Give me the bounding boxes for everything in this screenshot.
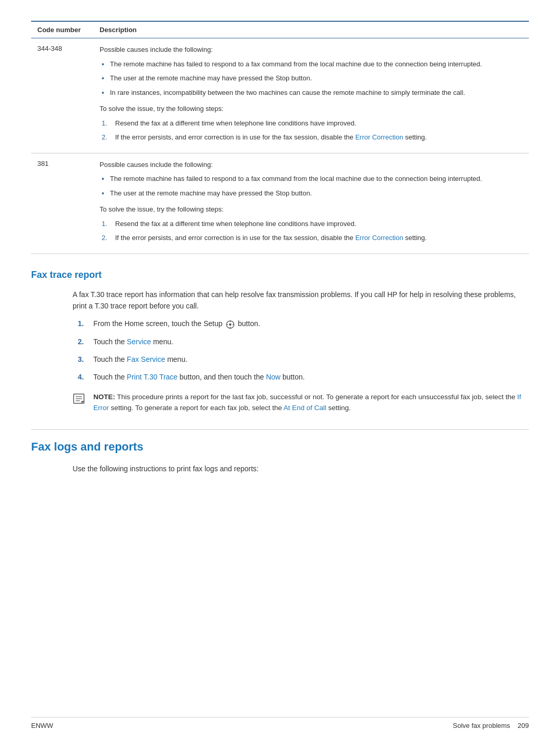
fax-trace-steps: 1. From the Home screen, touch the Setup: [73, 318, 529, 383]
step-text: Touch the Service menu.: [93, 338, 173, 346]
list-item: 4. Touch the Print T.30 Trace button, an…: [73, 371, 529, 383]
error-code: 381: [31, 153, 93, 254]
footer-left: ENWW: [31, 722, 53, 729]
step-number: 2.: [102, 132, 107, 143]
list-item: 1. Resend the fax at a different time wh…: [100, 219, 523, 229]
error-code: 344-348: [31, 38, 93, 153]
step-text: If the error persists, and error correct…: [115, 234, 427, 242]
steps-list: 1. Resend the fax at a different time wh…: [100, 118, 523, 143]
error-table: Code number Description 344-348 Possible…: [31, 21, 529, 254]
step-text: Touch the Fax Service menu.: [93, 355, 187, 363]
fax-trace-intro: A fax T.30 trace report has information …: [73, 289, 529, 312]
step-number: 2.: [102, 233, 107, 243]
print-trace-link[interactable]: Print T.30 Trace: [127, 373, 178, 381]
setup-icon: [226, 320, 235, 329]
fax-logs-intro: Use the following instructions to print …: [73, 463, 529, 474]
list-item: The remote machine has failed to respond…: [100, 174, 523, 184]
list-item: 2. Touch the Service menu.: [73, 336, 529, 347]
fax-trace-title: Fax trace report: [31, 270, 529, 280]
bullet-list: The remote machine has failed to respond…: [100, 174, 523, 198]
fax-trace-section: Fax trace report A fax T.30 trace report…: [31, 270, 529, 414]
step-number: 1.: [102, 219, 107, 229]
step-text: Resend the fax at a different time when …: [115, 220, 356, 228]
bullet-list: The remote machine has failed to respond…: [100, 59, 523, 98]
table-row: 344-348 Possible causes include the foll…: [31, 38, 529, 153]
step-text: Resend the fax at a different time when …: [115, 119, 356, 127]
fax-trace-body: A fax T.30 trace report has information …: [31, 289, 529, 414]
table-header-description: Description: [93, 21, 529, 38]
note-box: NOTE: This procedure prints a report for…: [73, 391, 529, 414]
now-link[interactable]: Now: [266, 373, 281, 381]
fax-logs-body: Use the following instructions to print …: [31, 463, 529, 474]
error-description: Possible causes include the following: T…: [93, 38, 529, 153]
note-text: NOTE: This procedure prints a report for…: [93, 391, 529, 414]
list-item: 2. If the error persists, and error corr…: [100, 233, 523, 243]
table-header-code: Code number: [31, 21, 93, 38]
at-end-of-call-link[interactable]: At End of Call: [284, 404, 327, 412]
fax-logs-title: Fax logs and reports: [31, 440, 529, 454]
step-text: From the Home screen, touch the Setup: [93, 319, 260, 328]
step-number: 3.: [78, 354, 84, 365]
intro-text: Possible causes include the following:: [100, 45, 523, 55]
table-row: 381 Possible causes include the followin…: [31, 153, 529, 254]
section-divider: [31, 429, 529, 430]
list-item: 1. Resend the fax at a different time wh…: [100, 118, 523, 129]
list-item: The user at the remote machine may have …: [100, 188, 523, 199]
list-item: 2. If the error persists, and error corr…: [100, 132, 523, 143]
fax-logs-section: Fax logs and reports Use the following i…: [31, 440, 529, 474]
step-number: 1.: [102, 118, 107, 129]
footer-right: Solve fax problems 209: [453, 722, 529, 729]
step-number: 4.: [78, 371, 84, 383]
steps-intro: To solve the issue, try the following st…: [100, 204, 523, 215]
steps-intro: To solve the issue, try the following st…: [100, 104, 523, 114]
error-description: Possible causes include the following: T…: [93, 153, 529, 254]
list-item: The user at the remote machine may have …: [100, 73, 523, 83]
step-text: If the error persists, and error correct…: [115, 133, 427, 141]
page-footer: ENWW Solve fax problems 209: [31, 717, 529, 729]
intro-text: Possible causes include the following:: [100, 160, 523, 170]
step-text: Touch the Print T.30 Trace button, and t…: [93, 373, 305, 381]
page: Code number Description 344-348 Possible…: [0, 0, 560, 745]
list-item: 3. Touch the Fax Service menu.: [73, 354, 529, 365]
service-link[interactable]: Service: [127, 338, 151, 346]
error-correction-link-2[interactable]: Error Correction: [355, 234, 403, 242]
note-body: This procedure prints a report for the l…: [93, 393, 521, 412]
error-correction-link[interactable]: Error Correction: [355, 133, 403, 141]
step-number: 1.: [78, 318, 84, 329]
list-item: The remote machine has failed to respond…: [100, 59, 523, 69]
list-item: 1. From the Home screen, touch the Setup: [73, 318, 529, 329]
steps-list: 1. Resend the fax at a different time wh…: [100, 219, 523, 243]
list-item: In rare instances, incompatibility betwe…: [100, 88, 523, 98]
step-number: 2.: [78, 336, 84, 347]
fax-service-link[interactable]: Fax Service: [127, 355, 165, 363]
svg-point-5: [229, 323, 232, 326]
note-icon: [73, 392, 89, 408]
note-label: NOTE:: [93, 393, 115, 401]
